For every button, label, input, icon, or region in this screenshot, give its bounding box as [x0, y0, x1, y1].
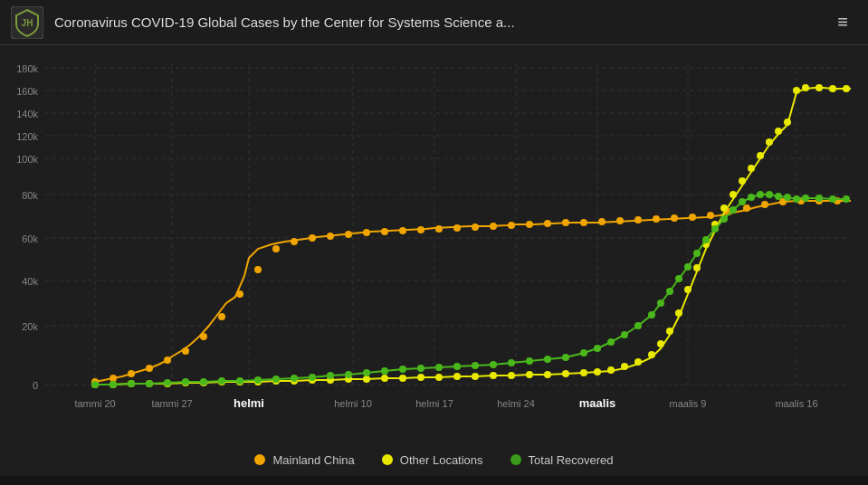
svg-point-165 [607, 338, 615, 346]
svg-point-106 [508, 372, 515, 379]
svg-point-174 [702, 236, 710, 243]
svg-point-180 [757, 191, 764, 198]
svg-point-65 [526, 221, 533, 228]
svg-point-157 [472, 362, 479, 369]
legend-total-recovered: Total Recovered [510, 453, 614, 467]
svg-point-61 [453, 224, 461, 232]
svg-text:60k: 60k [22, 233, 38, 244]
svg-point-144 [236, 377, 243, 385]
svg-point-171 [675, 275, 682, 282]
svg-point-149 [327, 372, 334, 379]
svg-point-161 [544, 356, 551, 363]
svg-point-140 [164, 379, 171, 386]
svg-point-48 [218, 313, 225, 320]
svg-point-186 [816, 195, 823, 202]
svg-text:maalis 9: maalis 9 [670, 398, 707, 409]
svg-point-156 [453, 363, 461, 370]
svg-point-100 [399, 375, 406, 382]
svg-point-182 [775, 193, 782, 200]
svg-point-164 [594, 345, 601, 352]
svg-point-116 [657, 340, 664, 347]
svg-point-117 [666, 328, 673, 335]
total-recovered-dot [510, 454, 521, 465]
svg-point-125 [739, 177, 746, 185]
svg-point-57 [381, 228, 388, 235]
svg-point-123 [720, 204, 728, 212]
other-locations-dot [382, 454, 393, 465]
svg-point-67 [562, 219, 569, 226]
svg-point-62 [472, 223, 479, 231]
svg-point-147 [291, 375, 298, 382]
svg-point-129 [775, 128, 782, 135]
svg-point-131 [793, 87, 800, 94]
chart-container: 180k 160k 140k 120k 100k 80k 60k 40k 20k… [0, 45, 868, 443]
svg-text:helmi 17: helmi 17 [415, 398, 453, 409]
svg-point-134 [829, 85, 836, 92]
menu-icon[interactable]: ≡ [830, 8, 857, 36]
svg-point-151 [363, 369, 370, 376]
svg-point-103 [453, 373, 461, 380]
svg-point-143 [218, 377, 225, 385]
svg-point-113 [621, 363, 628, 370]
svg-point-169 [657, 300, 664, 307]
svg-point-162 [562, 354, 569, 361]
svg-text:100k: 100k [16, 154, 38, 165]
svg-point-71 [634, 216, 642, 223]
svg-text:0: 0 [33, 380, 38, 391]
svg-text:180k: 180k [16, 63, 38, 74]
svg-text:maalis 16: maalis 16 [775, 398, 817, 409]
svg-point-136 [91, 381, 99, 388]
total-recovered-label: Total Recovered [529, 453, 614, 467]
svg-point-53 [309, 234, 316, 242]
svg-point-51 [272, 245, 280, 252]
svg-point-146 [272, 376, 280, 383]
legend-other-locations: Other Locations [382, 453, 483, 467]
svg-text:maalis: maalis [579, 396, 615, 410]
svg-point-154 [417, 365, 424, 372]
svg-point-68 [580, 219, 587, 226]
svg-point-108 [544, 371, 551, 378]
svg-point-132 [802, 84, 809, 91]
svg-point-126 [748, 165, 755, 172]
svg-point-77 [743, 204, 750, 212]
svg-text:80k: 80k [22, 190, 38, 201]
page-title: Coronavirus COVID-19 Global Cases by the… [54, 14, 830, 30]
svg-point-142 [200, 378, 207, 385]
svg-point-112 [607, 366, 615, 374]
svg-point-188 [843, 195, 850, 203]
svg-point-45 [164, 357, 171, 364]
svg-point-141 [182, 378, 189, 385]
svg-point-184 [793, 195, 800, 203]
svg-point-60 [435, 225, 443, 233]
svg-point-137 [110, 381, 117, 388]
bottom-bar [0, 476, 868, 485]
svg-point-183 [784, 194, 791, 201]
svg-point-158 [490, 361, 497, 368]
svg-point-173 [693, 250, 701, 257]
svg-text:40k: 40k [22, 276, 38, 287]
svg-point-66 [544, 220, 551, 227]
svg-point-163 [580, 349, 587, 357]
svg-point-153 [399, 366, 406, 373]
svg-point-52 [291, 238, 298, 245]
svg-text:JH: JH [22, 18, 33, 28]
svg-point-49 [236, 290, 243, 298]
svg-point-50 [254, 266, 262, 273]
svg-point-167 [634, 322, 642, 329]
svg-point-150 [345, 371, 352, 378]
svg-point-178 [739, 198, 746, 205]
svg-point-101 [417, 374, 424, 381]
svg-point-105 [490, 372, 497, 379]
svg-point-133 [816, 84, 823, 91]
svg-point-42 [110, 375, 117, 382]
svg-point-109 [562, 370, 569, 377]
svg-point-127 [757, 152, 764, 159]
svg-point-148 [309, 374, 316, 381]
svg-point-47 [200, 333, 207, 340]
svg-point-98 [363, 376, 370, 383]
svg-point-159 [508, 359, 515, 366]
svg-point-102 [435, 374, 443, 381]
chart-legend: Mainland China Other Locations Total Rec… [0, 443, 868, 476]
svg-point-78 [761, 201, 768, 208]
svg-point-56 [363, 229, 370, 236]
